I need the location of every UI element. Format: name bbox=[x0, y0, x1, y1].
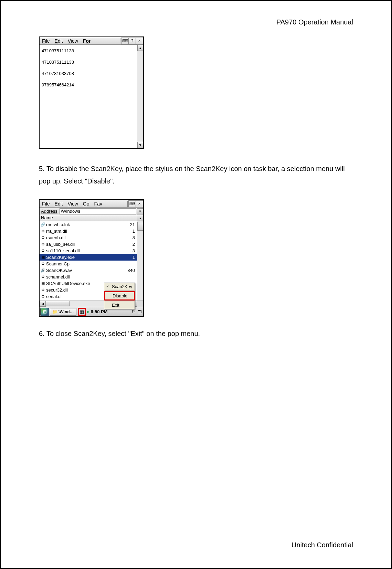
scroll-corner bbox=[137, 301, 143, 307]
close-button[interactable]: × bbox=[136, 38, 143, 44]
address-input[interactable]: \Windows bbox=[60, 208, 136, 214]
keyboard-icon[interactable]: ⌨ bbox=[128, 200, 136, 207]
dll-icon: ⚙ bbox=[40, 288, 45, 293]
menu-view[interactable]: View bbox=[65, 38, 81, 44]
scroll-left-icon[interactable]: ◄ bbox=[40, 301, 46, 307]
column-size[interactable] bbox=[117, 215, 137, 221]
file-size: 21 bbox=[118, 222, 137, 227]
file-name: sa_usb_ser.dll bbox=[46, 242, 118, 247]
text-content-area: 4710375111138 4710375111138 471073103370… bbox=[40, 45, 143, 148]
file-size: 3 bbox=[118, 248, 137, 253]
column-header: Name ▲ bbox=[40, 215, 143, 221]
wav-icon: 🔊 bbox=[40, 268, 45, 273]
vertical-scrollbar[interactable]: ▲ ▼ bbox=[137, 45, 143, 148]
scan-line: 9789574664214 bbox=[42, 82, 135, 87]
menu-divider bbox=[120, 38, 121, 44]
file-row[interactable]: 🔊ScanOK.wav840 bbox=[40, 267, 137, 274]
menu-file[interactable]: File bbox=[40, 38, 52, 44]
tray-scan2key-icon[interactable]: ▦ bbox=[78, 308, 86, 316]
menu-go[interactable]: Go bbox=[81, 201, 92, 207]
menu-scan2key[interactable]: Scan2Key bbox=[104, 283, 135, 290]
file-size: 8 bbox=[118, 235, 137, 240]
menu-file[interactable]: File bbox=[40, 201, 52, 207]
task-button-label: \Wind… bbox=[59, 309, 74, 314]
dll-icon: ⚙ bbox=[40, 249, 45, 253]
file-name: Scanner.Cpl bbox=[46, 261, 118, 266]
file-row[interactable]: ⚙sa_usb_ser.dll2 bbox=[40, 241, 137, 247]
clock: 6:50 PM bbox=[91, 309, 108, 314]
tray-arrow-icon[interactable]: ▶ bbox=[87, 309, 89, 314]
tray-desktop-icon[interactable]: 🗔 bbox=[137, 309, 142, 314]
exe-icon: ▦ bbox=[40, 255, 45, 260]
file-size: 840 bbox=[118, 268, 137, 273]
close-button[interactable]: × bbox=[136, 200, 143, 207]
file-name: rsaenh.dll bbox=[46, 235, 118, 240]
file-name: sa1110_serial.dll bbox=[46, 248, 118, 253]
file-row[interactable]: 🔗rnetwhlp.lnk21 bbox=[40, 221, 137, 228]
file-name: ScanOK.wav bbox=[46, 268, 118, 273]
help-button[interactable]: ? bbox=[128, 38, 136, 44]
horizontal-scrollbar[interactable]: ◄ ► bbox=[40, 301, 143, 307]
column-name[interactable]: Name bbox=[40, 215, 117, 221]
menu-disable[interactable]: Disable bbox=[104, 291, 135, 301]
document-page: PA970 Operation Manual File Edit View Fo… bbox=[0, 0, 392, 569]
task-button-wind[interactable]: 📁 \Wind… bbox=[50, 308, 76, 316]
text-area[interactable]: 4710375111138 4710375111138 471073103370… bbox=[40, 45, 137, 148]
header-title: PA970 Operation Manual bbox=[39, 18, 353, 26]
footer-text: Unitech Confidential bbox=[292, 541, 353, 549]
file-name: schannel.dll bbox=[46, 274, 118, 280]
explorer-window: File Edit View Go Fav ⌨ × AAddressddress… bbox=[39, 199, 144, 317]
dll-icon: ⚙ bbox=[40, 294, 45, 299]
dll-icon: ⚙ bbox=[40, 275, 45, 280]
file-row[interactable]: ⚙rra_stm.dll1 bbox=[40, 228, 137, 234]
menu-view[interactable]: View bbox=[65, 201, 81, 207]
menu-fav[interactable]: Fav bbox=[92, 201, 105, 207]
dll-icon: ⚙ bbox=[40, 242, 45, 247]
file-name: rra_stm.dll bbox=[46, 229, 118, 234]
file-row[interactable]: ⚙Scanner.Cpl bbox=[40, 261, 137, 267]
scan-line: 4710375111138 bbox=[42, 48, 135, 53]
scroll-thumb[interactable] bbox=[46, 301, 70, 306]
menu-edit[interactable]: Edit bbox=[52, 201, 65, 207]
tray-flag-icon[interactable]: 🏳 bbox=[131, 309, 136, 314]
file-row[interactable]: ⚙sa1110_serial.dll3 bbox=[40, 247, 137, 254]
lnk-icon: 🔗 bbox=[40, 222, 45, 227]
file-row[interactable]: ▦Scan2Key.exe1 bbox=[40, 254, 137, 261]
notepad-window: File Edit View For ⌨ ? × 4710375111138 4… bbox=[39, 36, 144, 149]
file-size: 1 bbox=[118, 229, 137, 234]
menu-for[interactable]: For bbox=[81, 38, 93, 44]
address-label: AAddressddress bbox=[40, 209, 59, 214]
scroll-up-icon[interactable]: ▲ bbox=[137, 45, 143, 51]
keyboard-icon[interactable]: ⌨ bbox=[121, 38, 129, 44]
file-name: rnetwhlp.lnk bbox=[46, 222, 118, 227]
menubar: File Edit View Go Fav ⌨ × bbox=[40, 200, 143, 208]
address-dropdown-icon[interactable]: ▼ bbox=[137, 208, 143, 214]
scan-line: 4710375111138 bbox=[42, 60, 135, 65]
scroll-track[interactable] bbox=[46, 301, 131, 307]
file-row[interactable]: ⚙rsaenh.dll8 bbox=[40, 234, 137, 241]
file-list: 🔗rnetwhlp.lnk21⚙rra_stm.dll1⚙rsaenh.dll8… bbox=[40, 221, 143, 301]
dll-icon: ⚙ bbox=[40, 229, 45, 234]
scroll-up-icon[interactable]: ▲ bbox=[137, 215, 143, 221]
menubar: File Edit View For ⌨ ? × bbox=[40, 37, 143, 45]
address-bar: AAddressddress \Windows ▼ bbox=[40, 208, 143, 215]
menu-edit[interactable]: Edit bbox=[52, 38, 65, 44]
file-row[interactable]: ⚙schannel.dll bbox=[40, 274, 137, 280]
step-5-text: 5. To disable the Scan2Key, place the st… bbox=[39, 162, 353, 187]
dll-icon: ⚙ bbox=[40, 235, 45, 240]
file-name: Scan2Key.exe bbox=[46, 255, 118, 260]
menu-divider bbox=[127, 201, 128, 207]
file-size: 2 bbox=[118, 242, 137, 247]
start-button[interactable]: ⊞ bbox=[40, 308, 49, 316]
file-size: 1 bbox=[118, 255, 137, 260]
exe-icon: ▦ bbox=[40, 281, 45, 286]
dll-icon: ⚙ bbox=[40, 262, 45, 266]
vertical-scrollbar[interactable] bbox=[137, 221, 143, 301]
scan-line: 4710731033708 bbox=[42, 71, 135, 76]
scroll-thumb[interactable] bbox=[137, 222, 143, 231]
folder-icon: 📁 bbox=[52, 309, 57, 314]
step-6-text: 6. To close Scan2Key, select "Exit" on t… bbox=[39, 327, 353, 340]
scroll-down-icon[interactable]: ▼ bbox=[137, 142, 143, 148]
